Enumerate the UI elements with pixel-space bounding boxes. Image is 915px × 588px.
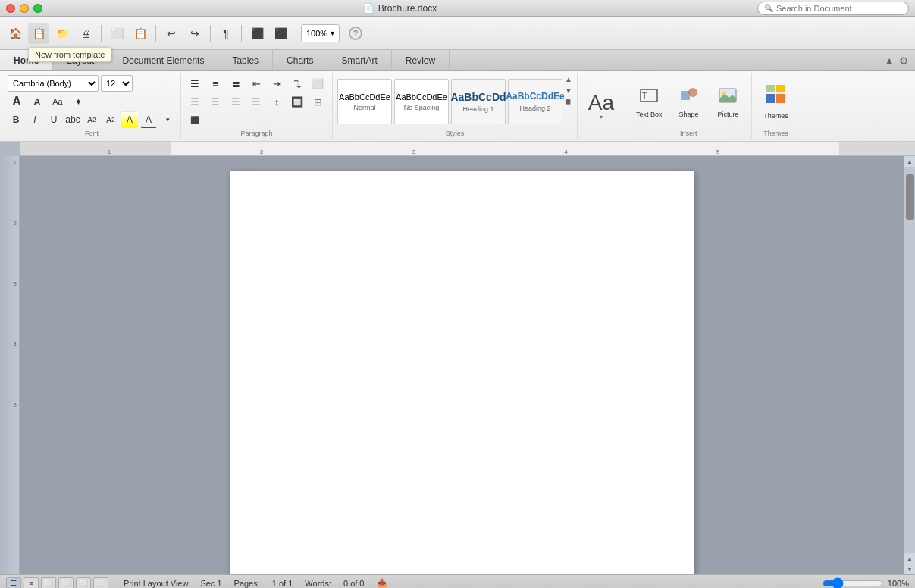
tab-document-elements[interactable]: Document Elements <box>108 50 218 70</box>
underline-button[interactable]: U <box>45 111 62 128</box>
change-case-button[interactable]: Aa <box>49 93 67 110</box>
italic-button[interactable]: I <box>27 111 43 128</box>
decrease-indent-button[interactable]: ⇤ <box>247 75 265 92</box>
tab-charts[interactable]: Charts <box>273 50 327 70</box>
view-print-button[interactable]: ⬜ <box>41 577 56 589</box>
font-family-select[interactable]: Cambria (Body) <box>8 75 99 92</box>
show-marks-button[interactable]: ⬜ <box>309 75 327 92</box>
new-template-icon: 📋 <box>33 27 45 39</box>
open-button[interactable]: 📁 <box>52 23 73 44</box>
clipboard-button[interactable]: 📋 <box>130 23 151 44</box>
scroll-down-arrow-2[interactable]: ▼ <box>904 564 915 574</box>
tab-smartart[interactable]: SmartArt <box>327 50 391 70</box>
svg-rect-8 <box>766 94 775 103</box>
document-page[interactable] <box>230 171 694 574</box>
style-normal[interactable]: AaBbCcDdEe Normal <box>337 79 392 124</box>
home-icon: 🏠 <box>9 27 22 39</box>
tab-review[interactable]: Review <box>392 50 450 70</box>
align-left-button[interactable]: ☰ <box>186 93 204 110</box>
redo-button[interactable]: ↪ <box>184 23 205 44</box>
insert-group-label: Insert <box>630 128 747 137</box>
words-label: Words: <box>305 579 331 588</box>
superscript-button[interactable]: A2 <box>83 111 100 128</box>
styles-scroll[interactable]: ▲ ▼ ◼ <box>565 75 572 105</box>
indent-button[interactable]: ⬛ <box>246 23 268 44</box>
strikethrough-button[interactable]: abc <box>64 111 81 128</box>
style-heading2-name: Heading 2 <box>519 105 550 112</box>
shape-button[interactable]: Shape <box>669 82 707 121</box>
view-normal-button[interactable]: ☰ <box>6 577 21 589</box>
styles-group-label: Styles <box>337 128 572 137</box>
tab-tables[interactable]: Tables <box>218 50 273 70</box>
section-label: Sec 1 <box>200 579 221 588</box>
picture-icon <box>717 85 738 109</box>
change-styles-button[interactable]: Aa ▾ <box>582 91 620 122</box>
multilevel-list-button[interactable]: ≣ <box>227 75 245 92</box>
undo-button[interactable]: ↩ <box>161 23 182 44</box>
share-icon[interactable]: 📤 <box>377 578 387 588</box>
clear-formatting-button[interactable]: ✦ <box>69 93 87 110</box>
align-center-button[interactable]: ☰ <box>206 93 224 110</box>
picture-button[interactable]: Picture <box>709 82 747 121</box>
line-spacing-button[interactable]: ↕ <box>268 93 286 110</box>
scroll-track[interactable] <box>904 167 915 553</box>
subscript-button[interactable]: A2 <box>102 111 119 128</box>
view-outline-button[interactable]: ≡ <box>24 577 39 589</box>
ruler-track: 1 2 3 4 5 <box>20 142 915 155</box>
align-right-button[interactable]: ☰ <box>227 93 245 110</box>
numbering-button[interactable]: ≡ <box>206 75 224 92</box>
font-size-select[interactable]: 12 <box>101 75 133 92</box>
print-button[interactable]: 🖨 <box>75 23 96 44</box>
maximize-button[interactable] <box>33 4 42 13</box>
font-color-dropdown[interactable]: ▾ <box>159 111 176 128</box>
page-layout-button[interactable]: ⬛ <box>270 23 291 44</box>
style-no-spacing[interactable]: AaBbCcDdEe No Spacing <box>394 79 449 124</box>
scroll-thumb[interactable] <box>906 174 914 220</box>
indent-icon: ⬛ <box>251 27 264 39</box>
new-from-template-button[interactable]: 📋 New from template <box>28 23 49 44</box>
font-color-button[interactable]: A <box>140 111 157 128</box>
scroll-up-arrow[interactable]: ▲ <box>904 156 915 167</box>
ruler-mark-5: 5 <box>716 149 719 155</box>
shading-button[interactable]: 🔲 <box>288 93 306 110</box>
style-heading2[interactable]: AaBbCcDdEe Heading 2 <box>508 79 562 124</box>
ribbon-group-paragraph: ☰ ≡ ≣ ⇤ ⇥ ⇅ ⬜ ☰ ☰ ☰ ☰ ↕ 🔲 ⊞ ⬛ Paragraph <box>181 73 333 139</box>
justify-button[interactable]: ☰ <box>247 93 265 110</box>
help-button[interactable]: ? <box>345 23 366 44</box>
view-focus-button[interactable]: ⬜ <box>93 577 108 589</box>
minimize-button[interactable] <box>20 4 29 13</box>
highlight-button[interactable]: A <box>121 111 138 128</box>
sort-button[interactable]: ⇅ <box>288 75 306 92</box>
zoom-slider[interactable] <box>823 577 883 589</box>
view-web-button[interactable]: ⬜ <box>58 577 74 589</box>
scroll-down-arrow-1[interactable]: ▲ <box>904 553 915 564</box>
themes-button[interactable]: Themes <box>757 80 794 123</box>
style-normal-name: Normal <box>353 104 375 111</box>
ribbon-group-insert: Text Box Shape <box>625 73 753 139</box>
increase-indent-button[interactable]: ⇥ <box>268 75 286 92</box>
ribbon-group-aa: Aa ▾ <box>578 73 625 139</box>
increase-font-button[interactable]: A <box>8 93 26 110</box>
paragraph-marks-button[interactable]: ¶ <box>215 23 237 44</box>
svg-rect-0 <box>641 89 657 102</box>
shape-icon <box>678 85 699 109</box>
bullets-button[interactable]: ☰ <box>186 75 204 92</box>
tab-settings-icon[interactable]: ⚙ <box>899 55 909 67</box>
borders-button[interactable]: ⊞ <box>309 93 327 110</box>
decrease-font-button[interactable]: A <box>28 93 46 110</box>
view-notebook-button[interactable]: ⬜ <box>76 577 91 589</box>
new-button[interactable]: 🏠 <box>5 23 26 44</box>
paragraph-dialog-button[interactable]: ⬛ <box>186 111 204 128</box>
themes-icon <box>764 83 787 111</box>
tab-scroll-up-icon[interactable]: ▲ <box>884 55 895 67</box>
close-button[interactable] <box>6 4 15 13</box>
textbox-button[interactable]: Text Box <box>630 82 669 121</box>
search-input[interactable] <box>776 4 902 13</box>
ruler-corner <box>0 142 20 155</box>
bold-button[interactable]: B <box>8 111 24 128</box>
vertical-scrollbar: ▲ ▲ ▼ <box>904 156 915 574</box>
copy-button[interactable]: ⬜ <box>106 23 127 44</box>
zoom-dropdown-icon[interactable]: ▾ <box>331 29 334 37</box>
style-heading1[interactable]: AaBbCcDd Heading 1 <box>451 79 506 124</box>
zoom-status: 100% <box>823 577 909 589</box>
